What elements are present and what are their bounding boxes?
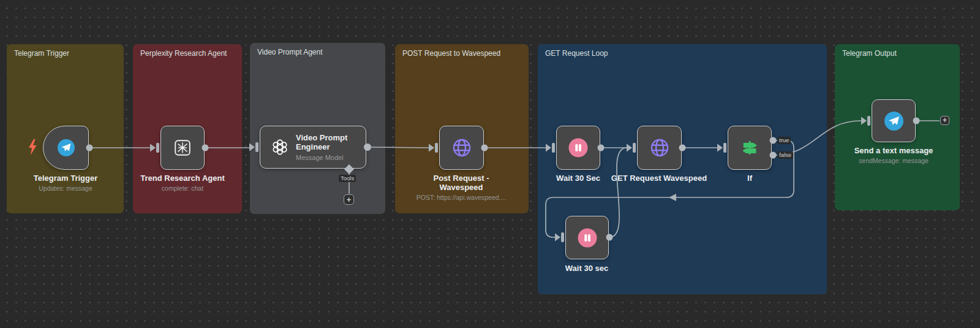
add-node-button-after-send[interactable]: + — [940, 116, 949, 125]
sticky-title: Telegram Trigger — [14, 49, 69, 58]
label-wait-30-sec-loop: Wait 30 sec — [519, 264, 654, 273]
pause-icon — [568, 137, 589, 158]
node-if[interactable] — [728, 126, 772, 170]
if-true-output-label: true — [777, 137, 791, 144]
sticky-title: GET Request Loop — [545, 49, 608, 58]
node-video-prompt-engineer[interactable]: Video Prompt Engineer Message Model — [260, 126, 366, 169]
node-subtitle: Message Model — [296, 154, 360, 161]
connection-videoprompt-to-post[interactable] — [368, 147, 429, 148]
node-title: Video Prompt Engineer — [296, 133, 360, 151]
telegram-icon — [58, 139, 75, 156]
if-signpost-icon — [739, 137, 761, 159]
telegram-icon — [884, 112, 903, 131]
if-false-output-label: false — [777, 151, 793, 159]
sticky-title: POST Request to Wavespeed — [402, 49, 500, 58]
node-send-text-message[interactable] — [872, 99, 916, 142]
trigger-bolt-icon — [28, 139, 37, 156]
label-telegram-trigger: Telegram Trigger Updates: message — [0, 174, 133, 193]
node-trend-research-agent[interactable] — [160, 126, 205, 170]
tools-port-label: Tools — [339, 175, 356, 182]
label-send-text-message: Send a text message sendMessage: message — [826, 146, 961, 165]
node-post-request-wavespeed[interactable] — [439, 126, 484, 170]
workflow-canvas[interactable]: Telegram Trigger Perplexity Research Age… — [0, 0, 980, 328]
node-get-request-wavespeed[interactable] — [637, 126, 682, 170]
label-post-request-wavespeed: Post Request - Wavespeed POST: https://a… — [394, 174, 529, 202]
sticky-title: Video Prompt Agent — [257, 48, 323, 56]
perplexity-icon — [173, 139, 192, 157]
openai-icon — [271, 138, 289, 156]
sticky-title: Perplexity Research Agent — [140, 49, 227, 58]
pause-icon — [577, 227, 598, 248]
label-if: If — [682, 174, 817, 183]
http-globe-icon — [649, 137, 670, 158]
http-globe-icon — [451, 137, 472, 158]
add-tool-button[interactable]: + — [344, 194, 354, 205]
label-trend-research-agent: Trend Research Agent complete: chat — [115, 174, 250, 193]
node-wait-30-sec[interactable] — [556, 126, 600, 170]
node-telegram-trigger[interactable] — [43, 126, 89, 170]
node-wait-30-sec-loop[interactable] — [565, 216, 609, 259]
sticky-title: Telegram Output — [842, 49, 897, 58]
